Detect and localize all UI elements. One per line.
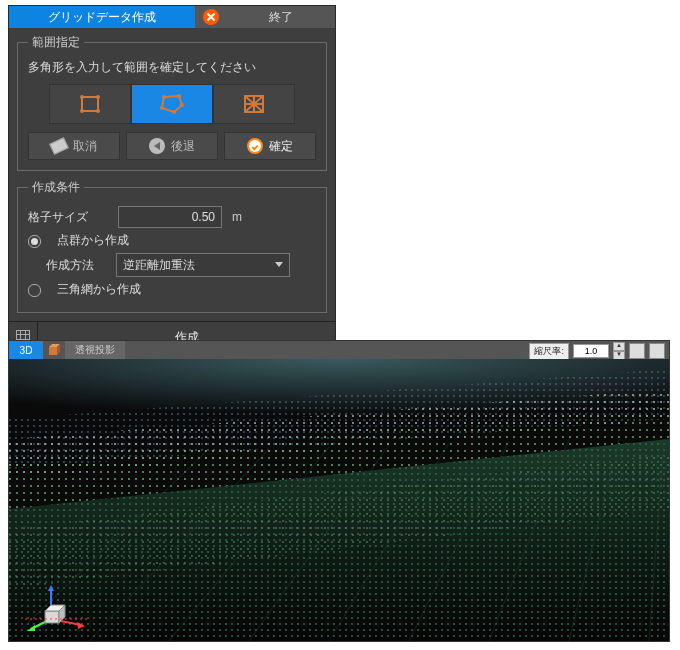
viewport-tool-1[interactable] bbox=[629, 343, 645, 359]
back-icon bbox=[149, 138, 165, 154]
cube-icon bbox=[48, 344, 60, 356]
confirm-button[interactable]: 確定 bbox=[224, 132, 316, 160]
svg-marker-45 bbox=[48, 585, 54, 591]
confirm-label: 確定 bbox=[269, 138, 293, 155]
title-tab[interactable]: グリッドデータ作成 bbox=[9, 6, 195, 28]
radio-pointcloud-row[interactable]: 点群から作成 bbox=[28, 232, 316, 249]
svg-marker-49 bbox=[27, 625, 35, 631]
method-value: 逆距離加重法 bbox=[123, 257, 195, 274]
close-tab-button[interactable] bbox=[195, 6, 227, 28]
svg-rect-0 bbox=[82, 97, 98, 111]
cancel-label: 取消 bbox=[73, 138, 97, 155]
chevron-down-icon bbox=[275, 262, 283, 267]
radio-pointcloud-label: 点群から作成 bbox=[57, 232, 129, 249]
grid-size-input[interactable] bbox=[118, 206, 222, 228]
eraser-icon bbox=[49, 137, 69, 155]
svg-rect-50 bbox=[45, 611, 59, 623]
viewport-3d[interactable]: 3D 透視投影 縮尺率: 1.0 ▲▼ bbox=[8, 340, 670, 642]
grid-size-row: 格子サイズ m bbox=[28, 206, 316, 228]
radio-pointcloud[interactable] bbox=[28, 235, 41, 248]
zoom-spinner[interactable]: ▲▼ bbox=[613, 342, 625, 360]
svg-point-6 bbox=[162, 95, 166, 99]
end-tab[interactable]: 終了 bbox=[227, 6, 335, 28]
zoom-value-input[interactable]: 1.0 bbox=[573, 344, 609, 358]
shape-button-row bbox=[28, 84, 316, 124]
cancel-button[interactable]: 取消 bbox=[28, 132, 120, 160]
svg-point-3 bbox=[80, 109, 84, 113]
viewport-right-controls: 縮尺率: 1.0 ▲▼ bbox=[529, 342, 665, 360]
method-select[interactable]: 逆距離加重法 bbox=[116, 253, 290, 277]
shape-mesh-button[interactable] bbox=[213, 84, 295, 124]
svg-point-8 bbox=[180, 103, 184, 107]
radio-tin-row[interactable]: 三角網から作成 bbox=[28, 281, 316, 298]
grid-size-unit: m bbox=[232, 210, 242, 224]
svg-point-4 bbox=[96, 109, 100, 113]
close-icon bbox=[203, 9, 219, 25]
viewport-tab-projection[interactable]: 透視投影 bbox=[65, 341, 125, 359]
back-button[interactable]: 後退 bbox=[126, 132, 218, 160]
svg-point-9 bbox=[172, 110, 176, 114]
grid-data-panel: グリッドデータ作成 終了 範囲指定 多角形を入力して範囲を確定してください bbox=[8, 5, 336, 353]
back-label: 後退 bbox=[171, 138, 195, 155]
axis-gizmo[interactable] bbox=[23, 581, 93, 631]
spin-up-icon[interactable]: ▲ bbox=[613, 342, 625, 351]
viewport-tab-3d[interactable]: 3D bbox=[9, 341, 43, 359]
condition-legend: 作成条件 bbox=[28, 179, 84, 196]
shape-rectangle-button[interactable] bbox=[49, 84, 131, 124]
radio-tin-label: 三角網から作成 bbox=[57, 281, 141, 298]
polygon-icon bbox=[159, 93, 185, 115]
check-icon bbox=[247, 138, 263, 154]
zoom-label: 縮尺率: bbox=[529, 343, 569, 360]
range-action-row: 取消 後退 確定 bbox=[28, 132, 316, 160]
svg-rect-21 bbox=[49, 347, 57, 355]
range-legend: 範囲指定 bbox=[28, 34, 84, 51]
panel-titlebar: グリッドデータ作成 終了 bbox=[9, 6, 335, 28]
viewport-tab-icon[interactable] bbox=[43, 341, 65, 359]
mesh-icon bbox=[243, 94, 265, 114]
method-row: 作成方法 逆距離加重法 bbox=[46, 253, 316, 277]
svg-point-10 bbox=[160, 106, 164, 110]
viewport-tool-2[interactable] bbox=[649, 343, 665, 359]
svg-point-2 bbox=[96, 95, 100, 99]
condition-fieldset: 作成条件 格子サイズ m 点群から作成 作成方法 逆距離加重法 三角網から作成 bbox=[17, 179, 327, 313]
svg-point-1 bbox=[80, 95, 84, 99]
shape-polygon-button[interactable] bbox=[131, 84, 213, 124]
svg-point-7 bbox=[177, 94, 181, 98]
svg-marker-47 bbox=[77, 622, 85, 629]
method-label: 作成方法 bbox=[46, 257, 106, 274]
grid-size-label: 格子サイズ bbox=[28, 209, 108, 226]
rectangle-icon bbox=[79, 94, 101, 114]
range-fieldset: 範囲指定 多角形を入力して範囲を確定してください 取消 bbox=[17, 34, 327, 171]
radio-tin[interactable] bbox=[28, 284, 41, 297]
viewport-toolbar: 3D 透視投影 縮尺率: 1.0 ▲▼ bbox=[9, 341, 669, 359]
pointcloud-render[interactable] bbox=[9, 359, 669, 641]
range-hint: 多角形を入力して範囲を確定してください bbox=[28, 59, 316, 76]
